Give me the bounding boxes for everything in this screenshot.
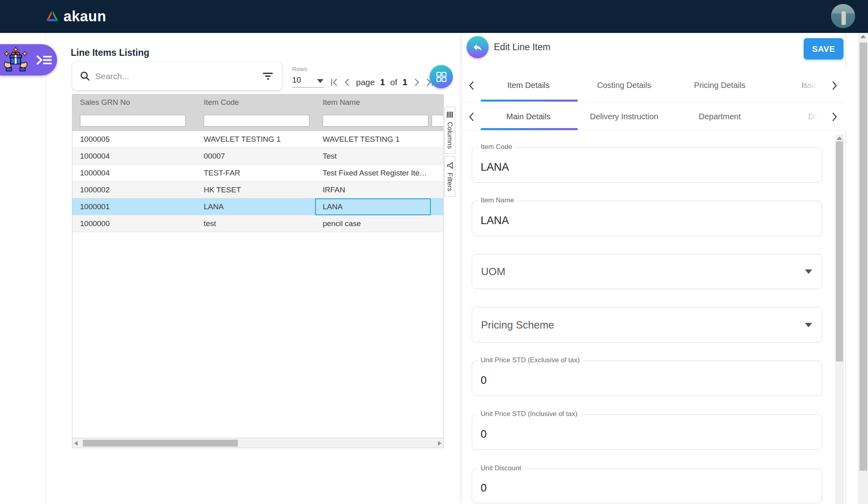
avatar-photo — [841, 11, 846, 25]
app-window: akaun — [0, 0, 868, 504]
cell-sales-grn-no[interactable]: 1000001 — [72, 202, 196, 211]
side-tab-columns[interactable]: Columns — [444, 107, 455, 154]
item-name-field[interactable]: Item Name LANA — [472, 201, 822, 236]
cell-item-code[interactable]: HK TESET — [196, 186, 315, 194]
cell-item-name[interactable]: WAVELET TESTING 1 — [315, 135, 431, 144]
cell-item-name[interactable]: Test — [315, 152, 431, 161]
table-header-row: Sales GRN No Item Code Item Name — [72, 94, 443, 111]
filter-list-icon[interactable] — [262, 71, 273, 82]
promo-banner[interactable] — [0, 44, 57, 75]
search-bar — [72, 62, 282, 90]
user-avatar[interactable] — [831, 4, 855, 28]
subtabs-scroll-left-icon[interactable] — [465, 112, 477, 122]
cell-sales-grn-no[interactable]: 1000002 — [72, 186, 196, 194]
cell-sales-grn-no[interactable]: 1000004 — [72, 169, 196, 178]
pricing-scheme-select[interactable]: Pricing Scheme — [472, 307, 822, 343]
subtab-department[interactable]: Department — [672, 112, 768, 121]
search-icon — [80, 71, 90, 82]
cell-item-code[interactable]: LANA — [196, 202, 315, 211]
back-arrow-icon — [472, 42, 483, 53]
scroll-up-arrow-icon[interactable] — [860, 35, 866, 38]
unit-price-inclusive-value[interactable]: 0 — [481, 428, 487, 441]
page-scrollbar[interactable] — [858, 33, 868, 504]
save-button[interactable]: SAVE — [804, 38, 843, 59]
unit-price-exclusive-value[interactable]: 0 — [481, 374, 487, 387]
tabs-scroll-right-icon[interactable] — [829, 81, 841, 90]
unit-discount-field[interactable]: Unit Discount 0 — [472, 469, 822, 503]
chevron-down-icon — [805, 269, 812, 274]
cell-item-code[interactable]: TEST-FAR — [196, 169, 315, 178]
uom-select[interactable]: UOM — [472, 254, 822, 289]
item-code-field[interactable]: Item Code LANA — [472, 147, 822, 183]
column-header-sales-grn-no[interactable]: Sales GRN No — [72, 98, 196, 107]
horizontal-scrollbar-thumb[interactable] — [83, 440, 238, 447]
cell-sales-grn-no[interactable]: 1000004 — [72, 152, 196, 161]
uom-label: UOM — [481, 265, 506, 278]
search-input[interactable] — [95, 71, 244, 81]
page-word: page — [356, 78, 375, 87]
unit-discount-label: Unit Discount — [478, 464, 524, 472]
next-page-button[interactable] — [412, 78, 422, 87]
item-name-value[interactable]: LANA — [481, 214, 509, 227]
subtab-main-details[interactable]: Main Details — [481, 112, 576, 121]
cell-item-code[interactable]: WAVELET TESTING 1 — [196, 135, 315, 144]
funnel-icon — [447, 162, 453, 169]
chevron-down-icon — [317, 79, 323, 83]
table-row-selected[interactable]: 1000001 LANA LANA — [72, 198, 443, 215]
unit-discount-value[interactable]: 0 — [481, 482, 487, 494]
filter-input-item-code[interactable] — [204, 115, 309, 127]
page-total: 1 — [402, 77, 407, 88]
cell-item-name[interactable]: IRFAN — [315, 186, 431, 194]
tab-costing-details[interactable]: Costing Details — [576, 81, 672, 90]
item-code-label: Item Code — [478, 143, 515, 151]
scroll-left-arrow-icon[interactable] — [74, 441, 78, 446]
tab-item-details[interactable]: Item Details — [481, 81, 576, 90]
side-tab-filters[interactable]: Filters — [444, 156, 455, 197]
tab-pricing-details[interactable]: Pricing Details — [672, 81, 768, 90]
top-navbar: akaun — [0, 0, 868, 33]
prev-page-button[interactable] — [342, 78, 352, 87]
back-button[interactable] — [467, 36, 489, 58]
scroll-up-arrow-icon[interactable] — [837, 137, 842, 140]
table-row[interactable]: 1000000 test pencil case — [72, 215, 443, 232]
page-scrollbar-thumb[interactable] — [860, 43, 867, 471]
editor-subtabs: Main Details Delivery Instruction Depart… — [462, 103, 846, 131]
tabs-scroll-left-icon[interactable] — [465, 81, 477, 90]
cell-item-code[interactable]: 00007 — [196, 152, 315, 161]
brand-logo[interactable]: akaun — [45, 0, 106, 33]
cell-item-name-focused[interactable]: LANA — [315, 198, 431, 215]
editor-tabs: Item Details Costing Details Pricing Det… — [462, 68, 846, 103]
subtab-delivery-instruction[interactable]: Delivery Instruction — [576, 112, 672, 121]
column-header-item-name[interactable]: Item Name — [315, 98, 431, 107]
tab-issue-link[interactable]: Issue Li — [768, 81, 826, 90]
collapse-menu-icon[interactable] — [36, 55, 52, 67]
column-header-item-code[interactable]: Item Code — [196, 98, 315, 107]
table-row[interactable]: 1000005 WAVELET TESTING 1 WAVELET TESTIN… — [72, 131, 443, 148]
item-code-value[interactable]: LANA — [481, 161, 509, 173]
cell-item-name[interactable]: Test Fixed Asset Register Item C... — [315, 169, 431, 178]
unit-price-exclusive-label: Unit Price STD (Exclusive of tax) — [478, 356, 583, 364]
table-row[interactable]: 1000002 HK TESET IRFAN — [72, 182, 443, 198]
side-tab-columns-label: Columns — [446, 122, 454, 149]
unit-price-inclusive-field[interactable]: Unit Price STD (Inclusive of tax) 0 — [472, 414, 822, 450]
cell-sales-grn-no[interactable]: 1000000 — [72, 219, 196, 228]
table-row[interactable]: 1000004 00007 Test — [72, 148, 443, 165]
filter-input-sales-grn-no[interactable] — [80, 115, 186, 127]
rows-per-page-value: 10 — [292, 75, 301, 84]
cell-item-name[interactable]: pencil case — [315, 219, 431, 228]
horizontal-scrollbar[interactable] — [72, 438, 443, 448]
scroll-right-arrow-icon[interactable] — [438, 441, 441, 446]
grid-view-button[interactable] — [430, 65, 453, 88]
first-page-button[interactable] — [330, 78, 339, 87]
table-row[interactable]: 1000004 TEST-FAR Test Fixed Asset Regist… — [72, 165, 443, 182]
filter-input-partial[interactable] — [432, 115, 444, 127]
filter-input-item-name[interactable] — [323, 115, 428, 127]
form-scrollbar[interactable] — [835, 135, 844, 504]
rows-per-page-select[interactable]: 10 — [292, 75, 324, 88]
cell-sales-grn-no[interactable]: 1000005 — [72, 135, 196, 144]
subtabs-scroll-right-icon[interactable] — [829, 112, 841, 122]
cell-item-code[interactable]: test — [196, 219, 315, 228]
subtab-doc[interactable]: Doc — [768, 112, 826, 121]
form-scrollbar-thumb[interactable] — [836, 141, 843, 361]
unit-price-exclusive-field[interactable]: Unit Price STD (Exclusive of tax) 0 — [472, 361, 822, 396]
